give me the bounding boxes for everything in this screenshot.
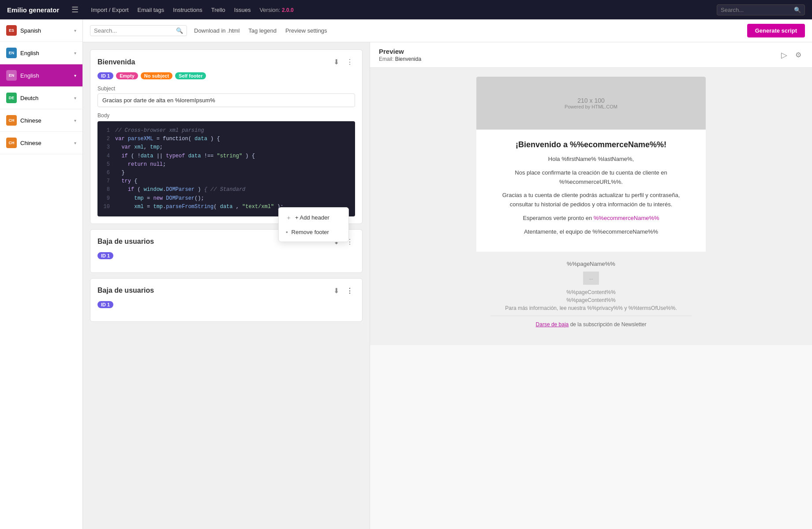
email-preview-content: ¡Bienvenido a %%ecommerceName%%! Hola %f… bbox=[476, 130, 706, 252]
preview-body: 210 x 100 Powered by HTML.COM ¡Bienvenid… bbox=[370, 68, 812, 345]
badge-row-1: ID 1 Empty No subject Self footer bbox=[97, 72, 355, 79]
generate-script-button[interactable]: Generate script bbox=[747, 24, 805, 37]
preview-settings-link[interactable]: Preview settings bbox=[285, 27, 327, 34]
code-line: 7 try { bbox=[103, 177, 350, 186]
badge-id-2: ID 1 bbox=[97, 252, 113, 259]
main-panel: Bienvenida ⬇ ⋮ ID 1 Empty No subject Sel… bbox=[83, 42, 812, 529]
email-para4: Esperamos verte pronto en %%ecommerceNam… bbox=[490, 214, 692, 223]
email-card-header-3: Baja de usuarios ⬇ ⋮ bbox=[97, 286, 355, 296]
email-card-bienvenida: Bienvenida ⬇ ⋮ ID 1 Empty No subject Sel… bbox=[90, 49, 363, 224]
sidebar-item-english1[interactable]: EN English ▾ bbox=[0, 42, 82, 64]
footer-page-content1: %%pageContent%% bbox=[490, 289, 692, 295]
lang-badge-es: ES bbox=[6, 25, 17, 36]
download-html-link[interactable]: Download in .html bbox=[194, 27, 239, 34]
chevron-icon-spanish: ▾ bbox=[74, 28, 76, 33]
top-search-box: 🔍 bbox=[717, 4, 805, 15]
more-options-icon-3[interactable]: ⋮ bbox=[344, 286, 355, 296]
email-para1: Hola %firstName% %lastName%, bbox=[490, 155, 692, 164]
sidebar: ES Spanish ▾ EN English ▾ EN English ▾ D… bbox=[0, 19, 83, 529]
code-line: 1 // Cross-browser xml parsing bbox=[103, 127, 350, 135]
version-label: Version: 2.0.0 bbox=[259, 7, 293, 13]
subject-label-1: Subject bbox=[97, 86, 355, 92]
download-icon-1[interactable]: ⬇ bbox=[332, 57, 341, 67]
badge-row-2: ID 1 bbox=[97, 252, 355, 259]
lang-badge-en2: EN bbox=[6, 70, 17, 81]
search-input[interactable] bbox=[94, 27, 173, 34]
code-line: 8 if ( window.DOMParser ) { // Standard bbox=[103, 186, 350, 194]
lang-badge-en1: EN bbox=[6, 48, 17, 58]
preview-email-label: Email: Bienvenida bbox=[379, 56, 421, 62]
preview-actions: ▷ ⚙ bbox=[779, 49, 803, 61]
sidebar-item-deutch[interactable]: DE Deutch ▾ bbox=[0, 87, 82, 109]
sidebar-item-spanish[interactable]: ES Spanish ▾ bbox=[0, 19, 82, 42]
more-options-icon-1[interactable]: ⋮ bbox=[344, 57, 355, 67]
preview-panel: Preview Email: Bienvenida ▷ ⚙ bbox=[370, 42, 812, 529]
unsubscribe-link[interactable]: Darse de baja bbox=[536, 321, 569, 328]
hamburger-icon[interactable]: ☰ bbox=[70, 4, 80, 15]
badge-self-footer-1: Self footer bbox=[175, 72, 206, 79]
email-card-actions-1: ⬇ ⋮ bbox=[332, 57, 355, 67]
top-search-input[interactable] bbox=[721, 7, 791, 13]
code-line: 3 var xml, tmp; bbox=[103, 143, 350, 152]
body-label-1: Body bbox=[97, 112, 355, 119]
code-editor-1: 1 // Cross-browser xml parsing 2 var par… bbox=[97, 121, 355, 216]
code-line: 2 var parseXML = function( data ) { bbox=[103, 135, 350, 143]
top-nav-links: Import / Export Email tags Instructions … bbox=[91, 7, 706, 13]
nav-email-tags[interactable]: Email tags bbox=[138, 7, 165, 13]
preview-email-name: Bienvenida bbox=[395, 56, 421, 62]
img-placeholder-sub: Powered by HTML.COM bbox=[565, 104, 617, 109]
remove-footer-label: Remove footer bbox=[292, 229, 329, 235]
chevron-icon-chinese1: ▾ bbox=[74, 118, 76, 123]
top-nav: Emilio generator ☰ Import / Export Email… bbox=[0, 0, 812, 19]
toolbar-links: Download in .html Tag legend Preview set… bbox=[194, 27, 740, 34]
nav-import-export[interactable]: Import / Export bbox=[91, 7, 128, 13]
sidebar-label-chinese2: Chinese bbox=[20, 140, 71, 146]
email-heading: ¡Bienvenido a %%ecommerceName%%! bbox=[490, 140, 692, 149]
preview-settings-icon[interactable]: ⚙ bbox=[793, 50, 803, 60]
lang-badge-de: DE bbox=[6, 93, 17, 103]
footer-unsubscribe: Darse de baja de la subscripción de News… bbox=[490, 316, 692, 328]
chevron-icon-english2: ▾ bbox=[74, 73, 76, 78]
email-preview-container: 210 x 100 Powered by HTML.COM ¡Bienvenid… bbox=[476, 77, 706, 336]
sidebar-item-chinese1[interactable]: CH Chinese ▾ bbox=[0, 109, 82, 132]
email-para3: Gracias a tu cuenta de cliente podrás ac… bbox=[490, 191, 692, 209]
email-footer: %%pageName%% ... %%pageContent%% %%pageC… bbox=[476, 252, 706, 336]
sidebar-label-deutch: Deutch bbox=[20, 95, 71, 101]
code-line: 5 return null; bbox=[103, 160, 350, 169]
download-icon-3[interactable]: ⬇ bbox=[332, 286, 341, 296]
content-area: 🔍 Download in .html Tag legend Preview s… bbox=[83, 19, 812, 529]
tag-legend-link[interactable]: Tag legend bbox=[248, 27, 277, 34]
badge-empty-1: Empty bbox=[116, 72, 138, 79]
subject-value-1: Gracias por darte de alta en %loremIpsum… bbox=[97, 93, 355, 107]
unsubscribe-suffix: de la subscripción de Newsletter bbox=[570, 321, 647, 328]
sidebar-label-english2: English bbox=[20, 72, 71, 79]
email-card-header-1: Bienvenida ⬇ ⋮ bbox=[97, 57, 355, 67]
nav-trello[interactable]: Trello bbox=[211, 7, 225, 13]
sidebar-item-chinese2[interactable]: CH Chinese ▾ bbox=[0, 132, 82, 154]
preview-header: Preview Email: Bienvenida ▷ ⚙ bbox=[370, 42, 812, 68]
lang-badge-ch2: CH bbox=[6, 138, 17, 148]
code-line: 9 tmp = new DOMParser(); bbox=[103, 194, 350, 203]
footer-privacy: Para más información, lee nuestra %%priv… bbox=[490, 305, 692, 311]
preview-title: Preview bbox=[379, 48, 421, 55]
email-card-baja2: Baja de usuarios ⬇ ⋮ ID 1 ＋ + Add head bbox=[90, 278, 363, 322]
version-number: 2.0.0 bbox=[282, 7, 294, 13]
badge-id-1: ID 1 bbox=[97, 72, 113, 79]
search-box: 🔍 bbox=[90, 25, 187, 36]
ecommerce-link[interactable]: %%ecommerceName%% bbox=[594, 215, 659, 221]
preview-send-icon[interactable]: ▷ bbox=[779, 49, 789, 61]
img-placeholder-text: 210 x 100 bbox=[577, 97, 605, 104]
nav-instructions[interactable]: Instructions bbox=[173, 7, 202, 13]
sidebar-item-english2[interactable]: EN English ▾ bbox=[0, 64, 82, 87]
remove-footer-menu-item[interactable]: ▪ Remove footer bbox=[279, 225, 348, 239]
email-para2: Nos place confirmarte la creación de tu … bbox=[490, 168, 692, 187]
context-menu: ＋ + Add header ▪ Remove footer bbox=[278, 207, 349, 242]
code-line: 4 if ( !data || typeof data !== "string"… bbox=[103, 152, 350, 160]
chevron-icon-deutch: ▾ bbox=[74, 96, 76, 101]
sidebar-label-chinese1: Chinese bbox=[20, 117, 71, 124]
plus-icon: ＋ bbox=[286, 214, 292, 222]
email-preview-image: 210 x 100 Powered by HTML.COM bbox=[476, 77, 706, 130]
nav-issues[interactable]: Issues bbox=[234, 7, 251, 13]
add-header-menu-item[interactable]: ＋ + Add header bbox=[279, 210, 348, 225]
main-layout: ES Spanish ▾ EN English ▾ EN English ▾ D… bbox=[0, 19, 812, 529]
